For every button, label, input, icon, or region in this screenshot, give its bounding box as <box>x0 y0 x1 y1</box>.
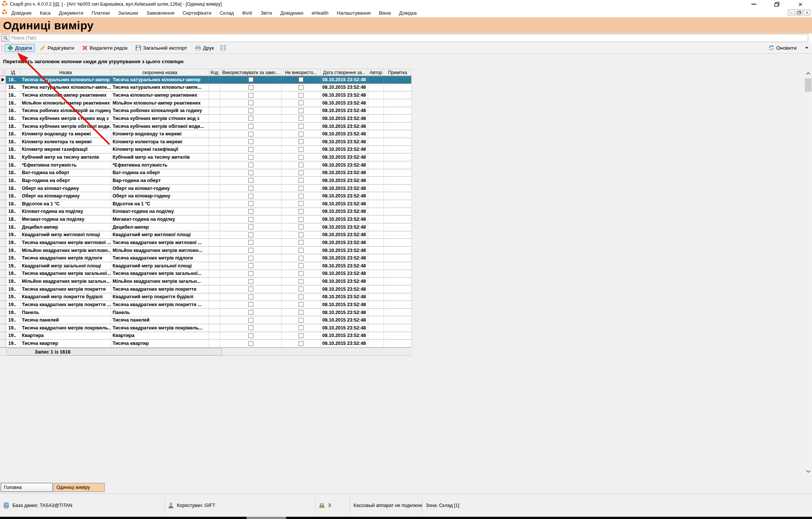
close-button[interactable]: × <box>789 0 812 8</box>
not-used-checkbox[interactable] <box>299 162 303 167</box>
use-default-checkbox[interactable] <box>248 93 253 98</box>
use-default-checkbox[interactable] <box>248 201 253 206</box>
export-button[interactable]: Загальний експорт <box>133 44 190 52</box>
table-row[interactable]: 18..Оберт на кіловар-годинуОберт на кіло… <box>0 192 411 200</box>
table-row[interactable]: 19..Квадратний метр житлової площіКвадра… <box>0 231 411 239</box>
not-used-checkbox[interactable] <box>299 178 303 183</box>
table-row[interactable]: 18..Мегават-година на поділкуМегават-год… <box>0 215 411 223</box>
use-default-checkbox[interactable] <box>248 132 253 137</box>
not-used-checkbox[interactable] <box>299 77 303 82</box>
use-default-checkbox[interactable] <box>248 310 253 315</box>
scrollbar-thumb[interactable] <box>805 78 812 92</box>
menu-item-ehealth[interactable]: eHealth <box>308 10 333 16</box>
table-row[interactable]: 18..Тисяча робочих кілокалорій за годину… <box>0 107 411 115</box>
not-used-checkbox[interactable] <box>299 294 303 299</box>
table-row[interactable]: 18..Кілометр мережі газифікаціїКілометр … <box>0 146 411 154</box>
mdi-restore-button[interactable] <box>796 9 803 15</box>
use-default-checkbox[interactable] <box>248 147 253 152</box>
not-used-checkbox[interactable] <box>299 124 303 129</box>
not-used-checkbox[interactable] <box>299 155 303 160</box>
use-default-checkbox[interactable] <box>248 116 253 121</box>
group-by-panel[interactable]: Перетягніть заголовок колонки сюди для у… <box>0 53 812 69</box>
not-used-checkbox[interactable] <box>299 217 303 222</box>
table-row[interactable]: 19..КвартираКвартира08.10.2015 23:52:48 <box>0 332 411 340</box>
use-default-checkbox[interactable] <box>248 287 253 291</box>
use-default-checkbox[interactable] <box>248 124 253 129</box>
menu-item-nalashtuvannia[interactable]: Налаштування <box>333 10 375 16</box>
print-button[interactable]: Друк <box>192 44 217 52</box>
column-header-code[interactable]: Код <box>209 69 220 76</box>
use-default-checkbox[interactable] <box>248 240 253 245</box>
not-used-checkbox[interactable] <box>299 116 303 121</box>
menu-item-platezhi[interactable]: Платежі <box>87 10 114 16</box>
menu-item-filii[interactable]: Філії <box>238 10 256 16</box>
use-default-checkbox[interactable] <box>248 170 253 175</box>
menu-item-kasa[interactable]: Каса <box>36 10 55 16</box>
edit-button[interactable]: Редагувати <box>37 44 77 52</box>
toolbar-overflow-icon[interactable] <box>805 47 808 49</box>
not-used-checkbox[interactable] <box>299 240 303 245</box>
table-row[interactable]: 18..Тисяча натуральних кіловольт-амперТи… <box>0 76 411 84</box>
table-row[interactable]: 19..Тисяча квартирТисяча квартир08.10.20… <box>0 340 411 348</box>
table-row[interactable]: 18..Децибел-амперДецибел-ампер08.10.2015… <box>0 223 411 231</box>
use-default-checkbox[interactable] <box>248 263 253 268</box>
table-row[interactable]: 19..Тисяча квадратних метрів покриття ..… <box>0 301 411 309</box>
table-row[interactable]: 18..Оберт на кіловат-годинуОберт на кіло… <box>0 185 411 193</box>
use-default-checkbox[interactable] <box>248 225 253 229</box>
use-default-checkbox[interactable] <box>248 248 253 253</box>
use-default-checkbox[interactable] <box>248 139 253 144</box>
use-default-checkbox[interactable] <box>248 232 253 237</box>
not-used-checkbox[interactable] <box>299 256 303 261</box>
not-used-checkbox[interactable] <box>299 139 303 144</box>
not-used-checkbox[interactable] <box>299 310 303 315</box>
not-used-checkbox[interactable] <box>299 333 303 338</box>
column-header-note[interactable]: Примітка <box>384 69 411 76</box>
delete-row-button[interactable]: Видалити рядок <box>79 44 131 52</box>
table-row[interactable]: 18..Ват-година на обертВат-година на обе… <box>0 169 411 177</box>
table-row[interactable]: 18..Вар-година на обертВар-година на обе… <box>0 177 411 185</box>
table-row[interactable]: 18..Тисяча кубічних метрів обігової води… <box>0 123 411 131</box>
mdi-close-button[interactable]: x <box>804 9 810 15</box>
search-icon[interactable] <box>2 35 9 41</box>
menu-item-vikna[interactable]: Вікна <box>375 10 395 16</box>
use-default-checkbox[interactable] <box>248 271 253 276</box>
scroll-up-icon[interactable] <box>804 70 812 77</box>
scroll-down-icon[interactable] <box>804 468 812 475</box>
column-header-name[interactable]: Назва <box>20 69 111 76</box>
not-used-checkbox[interactable] <box>299 287 303 291</box>
not-used-checkbox[interactable] <box>299 302 303 307</box>
use-default-checkbox[interactable] <box>248 155 253 160</box>
vertical-scrollbar[interactable] <box>804 70 812 475</box>
menu-item-zamovlennia[interactable]: Замовлення <box>142 10 178 16</box>
not-used-checkbox[interactable] <box>299 341 303 346</box>
menu-item-dovidnyky[interactable]: Довідники <box>276 10 308 16</box>
column-header-not-used[interactable]: Не використо... <box>282 69 321 76</box>
add-button[interactable]: Додати <box>5 44 35 52</box>
not-used-checkbox[interactable] <box>299 232 303 237</box>
table-row[interactable]: 19..Тисяча квадратних метрів покрівель..… <box>0 324 411 332</box>
table-row[interactable]: 18..Тисяча натуральних кіловольт-ампе...… <box>0 84 411 92</box>
table-row[interactable]: 19..Квадратний метр покриття будівліКвад… <box>0 293 411 301</box>
menu-item-sklad[interactable]: Склад <box>215 10 238 16</box>
use-default-checkbox[interactable] <box>248 209 253 214</box>
menu-item-sertyfikaty[interactable]: Сертифікати <box>178 10 216 16</box>
not-used-checkbox[interactable] <box>299 271 303 276</box>
column-header-use-default[interactable]: Використовувати за замо... <box>220 69 282 76</box>
column-header-id[interactable]: ІД <box>6 69 20 76</box>
not-used-checkbox[interactable] <box>299 263 303 268</box>
not-used-checkbox[interactable] <box>299 170 303 175</box>
table-row[interactable]: 19..Тисяча квадратних метрів житлової ..… <box>0 239 411 247</box>
not-used-checkbox[interactable] <box>299 201 303 206</box>
menu-item-dokumenty[interactable]: Документи <box>55 10 87 16</box>
use-default-checkbox[interactable] <box>248 325 253 330</box>
table-row[interactable]: 18..Кілометр водоводу та мережіКілометр … <box>0 130 411 138</box>
column-chooser-icon[interactable] <box>220 45 226 50</box>
use-default-checkbox[interactable] <box>248 194 253 199</box>
table-row[interactable]: 18..Відсоток на 1 °CВідсоток на 1 °C08.1… <box>0 200 411 208</box>
not-used-checkbox[interactable] <box>299 186 303 191</box>
use-default-checkbox[interactable] <box>248 302 253 307</box>
not-used-checkbox[interactable] <box>299 279 303 284</box>
use-default-checkbox[interactable] <box>248 100 253 105</box>
not-used-checkbox[interactable] <box>299 93 303 98</box>
restore-button[interactable] <box>765 0 789 8</box>
